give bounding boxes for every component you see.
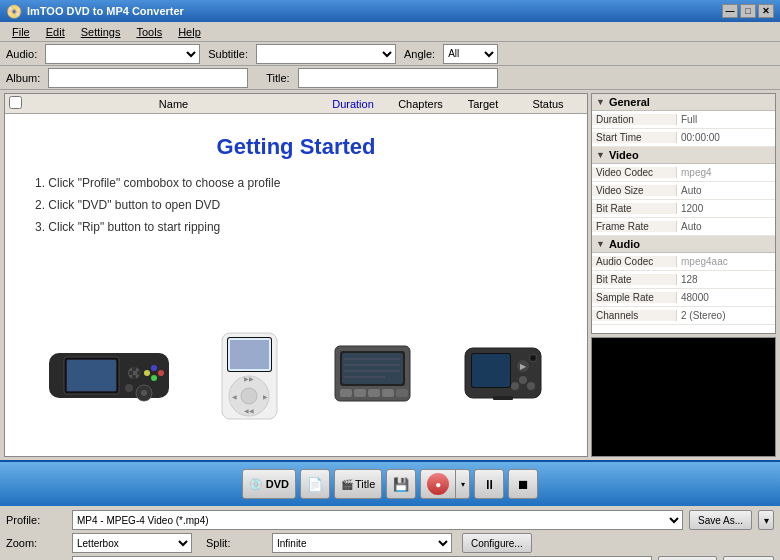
profile-select[interactable]: MP4 - MPEG-4 Video (*.mp4) xyxy=(72,510,683,530)
svg-text:◀◀: ◀◀ xyxy=(244,408,254,414)
save-button[interactable]: 💾 xyxy=(386,469,416,499)
svg-rect-7 xyxy=(129,371,133,375)
menu-file[interactable]: File xyxy=(4,24,38,40)
steps-list: 1. Click "Profile" combobox to choose a … xyxy=(35,176,280,242)
open-button[interactable]: Open... xyxy=(723,556,774,560)
general-section-header: ▼ General xyxy=(592,94,775,111)
save-as-button[interactable]: Save As... xyxy=(689,510,752,530)
dvd-disc-icon: 💿 xyxy=(249,478,263,491)
destination-row: Destination: Browse... Open... xyxy=(6,556,774,560)
properties-panel: ▼ General Duration Full Start Time 00:00… xyxy=(591,93,776,334)
video-toggle-icon[interactable]: ▼ xyxy=(596,150,605,160)
col-header-chapters: Chapters xyxy=(388,98,453,110)
getting-started-heading: Getting Started xyxy=(217,134,376,160)
title-icon: 🎬 xyxy=(341,479,353,490)
prop-val-start-time: 00:00:00 xyxy=(677,132,724,143)
prop-key-duration: Duration xyxy=(592,114,677,125)
svg-rect-29 xyxy=(340,389,352,397)
svg-point-12 xyxy=(144,370,150,376)
general-label: General xyxy=(609,96,650,108)
open-file-button[interactable]: 📄 xyxy=(300,469,330,499)
minimize-button[interactable]: — xyxy=(722,4,738,18)
prop-audio-codec: Audio Codec mpeg4aac xyxy=(592,253,775,271)
step-2: 2. Click "DVD" button to open DVD xyxy=(35,198,280,212)
zoom-select[interactable]: Letterbox xyxy=(72,533,192,553)
audio-section-header: ▼ Audio xyxy=(592,236,775,253)
title-input[interactable] xyxy=(298,68,498,88)
svg-rect-28 xyxy=(342,353,403,384)
stop-icon: ⏹ xyxy=(517,477,530,492)
audio-toggle-icon[interactable]: ▼ xyxy=(596,239,605,249)
col-header-target: Target xyxy=(453,98,513,110)
split-label: Split: xyxy=(206,537,266,549)
record-dropdown-button[interactable]: ▾ xyxy=(456,469,470,499)
save-icon: 💾 xyxy=(393,477,409,492)
app-icon: 📀 xyxy=(6,4,22,19)
audio-label: Audio: xyxy=(6,48,37,60)
general-toggle-icon[interactable]: ▼ xyxy=(596,97,605,107)
subtitle-select[interactable] xyxy=(256,44,396,64)
file-list-panel: Name Duration Chapters Target Status Get… xyxy=(4,93,588,457)
svg-point-9 xyxy=(151,365,157,371)
column-headers: Name Duration Chapters Target Status xyxy=(5,94,587,114)
prop-val-bit-rate-audio: 128 xyxy=(677,274,702,285)
close-button[interactable]: ✕ xyxy=(758,4,774,18)
file-icon: 📄 xyxy=(307,477,323,492)
audio-select[interactable] xyxy=(45,44,200,64)
split-select[interactable]: Infinite xyxy=(272,533,452,553)
profile-label: Profile: xyxy=(6,514,66,526)
dvd-button[interactable]: 💿 DVD xyxy=(242,469,296,499)
zoom-split-row: Zoom: Letterbox Split: Infinite Configur… xyxy=(6,533,774,553)
prop-val-frame-rate: Auto xyxy=(677,221,706,232)
svg-point-15 xyxy=(125,384,133,392)
col-header-status: Status xyxy=(513,98,583,110)
svg-point-10 xyxy=(158,370,164,376)
profile-extra-button[interactable]: ▾ xyxy=(758,510,774,530)
menu-help[interactable]: Help xyxy=(170,24,209,40)
title-button[interactable]: 🎬 Title xyxy=(334,469,382,499)
svg-rect-31 xyxy=(368,389,380,397)
svg-rect-32 xyxy=(382,389,394,397)
browse-button[interactable]: Browse... xyxy=(658,556,718,560)
select-all-checkbox[interactable] xyxy=(9,96,22,109)
prop-val-video-codec: mpeg4 xyxy=(677,167,716,178)
svg-point-43 xyxy=(519,376,527,384)
svg-point-44 xyxy=(511,382,519,390)
maximize-button[interactable]: □ xyxy=(740,4,756,18)
record-button[interactable]: ● xyxy=(420,469,456,499)
prop-val-bit-rate-video: 1200 xyxy=(677,203,707,214)
step-1: 1. Click "Profile" combobox to choose a … xyxy=(35,176,280,190)
pause-button[interactable]: ⏸ xyxy=(474,469,504,499)
menu-bar: File Edit Settings Tools Help xyxy=(0,22,780,42)
prop-val-video-size: Auto xyxy=(677,185,706,196)
media-player-device-icon: ▶ xyxy=(463,338,543,413)
svg-point-48 xyxy=(531,356,535,360)
angle-select[interactable]: All xyxy=(443,44,498,64)
prop-val-duration: Full xyxy=(677,114,701,125)
prop-key-sample-rate: Sample Rate xyxy=(592,292,677,303)
svg-rect-5 xyxy=(132,367,136,371)
svg-rect-30 xyxy=(354,389,366,397)
svg-text:▶▶: ▶▶ xyxy=(244,376,254,382)
psp-device-icon xyxy=(49,343,169,408)
profile-row: Profile: MP4 - MPEG-4 Video (*.mp4) Save… xyxy=(6,510,774,530)
subtitle-label: Subtitle: xyxy=(208,48,248,60)
audio-prop-label: Audio xyxy=(609,238,640,250)
stop-button[interactable]: ⏹ xyxy=(508,469,538,499)
record-icon: ● xyxy=(427,473,449,495)
destination-input[interactable] xyxy=(72,556,652,560)
svg-text:▶: ▶ xyxy=(520,362,527,371)
video-section-header: ▼ Video xyxy=(592,147,775,164)
prop-val-sample-rate: 48000 xyxy=(677,292,713,303)
prop-key-frame-rate: Frame Rate xyxy=(592,221,677,232)
prop-channels: Channels 2 (Stereo) xyxy=(592,307,775,325)
svg-point-14 xyxy=(141,390,147,396)
col-header-duration: Duration xyxy=(318,98,388,110)
menu-settings[interactable]: Settings xyxy=(73,24,129,40)
menu-tools[interactable]: Tools xyxy=(128,24,170,40)
album-input[interactable] xyxy=(48,68,248,88)
prop-duration: Duration Full xyxy=(592,111,775,129)
configure-button[interactable]: Configure... xyxy=(462,533,532,553)
menu-edit[interactable]: Edit xyxy=(38,24,73,40)
svg-point-21 xyxy=(241,388,257,404)
